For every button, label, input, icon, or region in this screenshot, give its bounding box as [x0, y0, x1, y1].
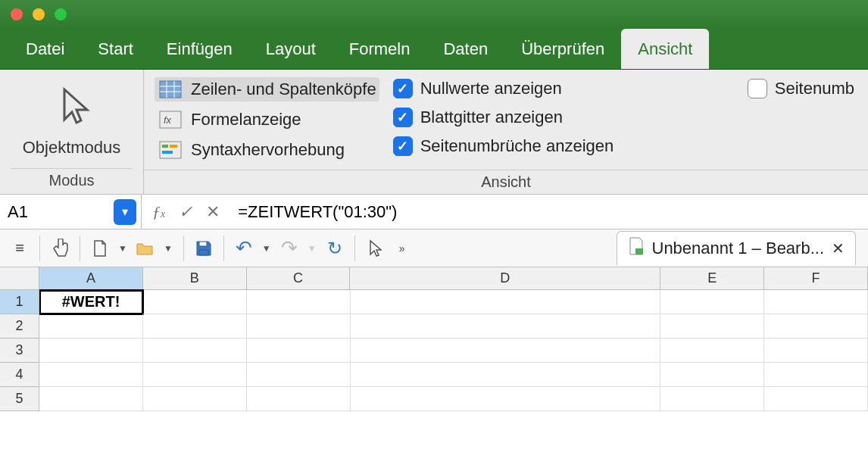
table-row — [39, 387, 868, 411]
ribbon-checkbox-option[interactable]: Nullwerte anzeigen — [390, 77, 617, 100]
menubar-tab-einfügen[interactable]: Einfügen — [150, 29, 249, 69]
option-label: Formelanzeige — [191, 110, 301, 130]
formula-input[interactable] — [230, 195, 868, 229]
column-header[interactable]: D — [350, 267, 660, 290]
column-header[interactable]: E — [660, 267, 764, 290]
option-label: Blattgitter anzeigen — [420, 108, 563, 127]
checkbox-icon[interactable] — [393, 136, 413, 156]
cell[interactable] — [143, 363, 247, 387]
cell[interactable] — [764, 387, 868, 411]
cell[interactable] — [247, 314, 351, 339]
traffic-light-zoom[interactable] — [55, 8, 67, 20]
menu-icon[interactable]: ≡ — [8, 236, 32, 261]
ribbon-option[interactable]: Zeilen- und Spaltenköpfe — [155, 77, 379, 101]
ribbon-checkbox-option[interactable]: Seitenumb — [745, 77, 857, 100]
cancel-icon[interactable]: ✕ — [206, 202, 220, 222]
cell[interactable] — [247, 290, 351, 314]
cell[interactable] — [351, 363, 660, 387]
name-box-dropdown-icon[interactable]: ▾ — [114, 199, 136, 225]
dropdown-caret-icon[interactable]: ▼ — [259, 243, 274, 254]
quick-toolbar: ≡ ▼ ▼ ↶ ▼ ↷ ▼ ↻ » Unbenannt 1 – Bearb...… — [0, 229, 868, 267]
cell[interactable] — [351, 314, 660, 339]
name-box-input[interactable] — [0, 195, 114, 229]
row-headers: 12345 — [0, 290, 39, 411]
column-header[interactable]: A — [39, 267, 143, 290]
cell[interactable] — [660, 387, 764, 411]
checkbox-icon[interactable] — [393, 108, 413, 127]
ribbon-option[interactable]: fxFormelanzeige — [155, 108, 379, 132]
menubar-tab-layout[interactable]: Layout — [249, 29, 333, 69]
cell[interactable] — [660, 290, 764, 314]
ribbon-checkbox-option[interactable]: Seitenumbrüche anzeigen — [390, 135, 617, 158]
ribbon-view-col1: Zeilen- und SpaltenköpfefxFormelanzeigeS… — [155, 77, 379, 168]
dropdown-caret-icon[interactable]: ▼ — [304, 243, 320, 254]
cell[interactable] — [351, 387, 660, 411]
cell[interactable] — [143, 387, 247, 411]
cells-area: ABCDEF #WERT! — [39, 267, 868, 462]
row-header[interactable]: 5 — [0, 387, 39, 411]
select-all-corner[interactable] — [0, 267, 39, 290]
redo-icon[interactable]: ↷ — [277, 236, 301, 261]
menubar-tab-ansicht[interactable]: Ansicht — [621, 29, 709, 69]
dropdown-caret-icon[interactable]: ▼ — [115, 243, 130, 254]
row-header[interactable]: 1 — [0, 290, 39, 314]
cell[interactable] — [39, 314, 143, 339]
cell[interactable] — [247, 387, 351, 411]
menubar-tab-überprüfen[interactable]: Überprüfen — [504, 29, 621, 69]
ribbon-checkbox-option[interactable]: Blattgitter anzeigen — [390, 106, 617, 129]
menubar-tab-datei[interactable]: Datei — [9, 29, 81, 69]
cell[interactable] — [247, 363, 351, 387]
cell[interactable]: #WERT! — [39, 290, 143, 314]
menubar-tab-daten[interactable]: Daten — [426, 29, 504, 69]
column-header[interactable]: F — [764, 267, 868, 290]
accept-icon[interactable]: ✓ — [179, 202, 192, 222]
dropdown-caret-icon[interactable]: ▼ — [161, 243, 176, 254]
ribbon-option[interactable]: Syntaxhervorhebung — [155, 138, 379, 162]
cell[interactable] — [143, 314, 247, 339]
menubar-tab-start[interactable]: Start — [81, 29, 149, 69]
fx-icon[interactable]: ƒx — [152, 202, 165, 222]
document-tab[interactable]: Unbenannt 1 – Bearb... ✕ — [617, 231, 857, 265]
spreadsheet-grid: 12345 ABCDEF #WERT! — [0, 267, 868, 462]
cell[interactable] — [143, 339, 247, 363]
svg-rect-0 — [160, 81, 181, 98]
row-header[interactable]: 4 — [0, 363, 39, 387]
cell[interactable] — [39, 363, 143, 387]
cell[interactable] — [247, 339, 351, 363]
touch-icon[interactable] — [48, 236, 72, 261]
traffic-light-close[interactable] — [11, 8, 23, 20]
cursor-icon[interactable] — [363, 236, 387, 261]
cell[interactable] — [351, 339, 660, 363]
row-header[interactable]: 2 — [0, 314, 39, 339]
cell[interactable] — [39, 339, 143, 363]
undo-icon[interactable]: ↶ — [232, 236, 256, 261]
cell[interactable] — [660, 314, 764, 339]
refresh-icon[interactable]: ↻ — [323, 236, 347, 261]
new-doc-icon[interactable] — [88, 236, 112, 261]
row-header[interactable]: 3 — [0, 339, 39, 363]
cell[interactable] — [764, 290, 868, 314]
overflow-icon[interactable]: » — [390, 236, 414, 261]
cell[interactable] — [39, 387, 143, 411]
separator — [354, 236, 355, 261]
cell[interactable] — [764, 363, 868, 387]
object-mode-cursor-icon[interactable] — [49, 77, 95, 138]
open-folder-icon[interactable] — [133, 236, 158, 261]
option-label: Seitenumbrüche anzeigen — [420, 136, 614, 156]
cell[interactable] — [764, 339, 868, 363]
name-box[interactable]: ▾ — [0, 195, 142, 229]
checkbox-icon[interactable] — [393, 79, 413, 98]
traffic-light-minimize[interactable] — [33, 8, 45, 20]
column-header[interactable]: B — [143, 267, 247, 290]
cell[interactable] — [764, 314, 868, 339]
cell[interactable] — [660, 339, 764, 363]
cell[interactable] — [351, 290, 660, 314]
cell[interactable] — [143, 290, 247, 314]
separator — [223, 236, 224, 261]
save-icon[interactable] — [192, 236, 216, 261]
column-header[interactable]: C — [247, 267, 351, 290]
close-icon[interactable]: ✕ — [832, 239, 845, 258]
cell[interactable] — [660, 363, 764, 387]
menubar-tab-formeln[interactable]: Formeln — [333, 29, 427, 69]
checkbox-icon[interactable] — [748, 79, 767, 98]
